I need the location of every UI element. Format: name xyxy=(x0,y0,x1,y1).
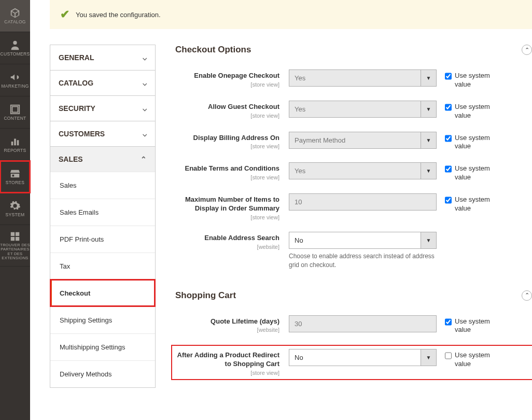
subitem-multishipping[interactable]: Multishipping Settings xyxy=(50,333,155,360)
nav-stores[interactable]: STORES xyxy=(0,161,30,193)
row-redirect-after-add: After Adding a Product Redirect to Shopp… xyxy=(172,346,532,379)
chevron-down-icon: ▼ xyxy=(421,101,436,117)
svg-rect-7 xyxy=(16,232,19,236)
chevron-down-icon: ⌵ xyxy=(143,130,147,138)
config-header-catalog[interactable]: CATALOG ⌵ xyxy=(50,71,155,95)
config-header-customers[interactable]: CUSTOMERS ⌵ xyxy=(50,121,155,146)
select-enable-addr-search[interactable]: No ▼ xyxy=(289,232,437,249)
select-display-billing: Payment Method ▼ xyxy=(289,132,437,149)
field-label: Enable Terms and Conditions xyxy=(175,164,279,173)
checkbox-use-system-terms[interactable] xyxy=(445,165,452,173)
config-section-catalog: CATALOG ⌵ xyxy=(50,70,156,95)
select-allow-guest: Yes ▼ xyxy=(289,101,437,118)
row-enable-onepage: Enable Onepage Checkout [store view] Yes… xyxy=(175,69,532,89)
svg-rect-8 xyxy=(11,237,15,241)
checkbox-use-system-redirect[interactable] xyxy=(445,352,452,359)
subitem-sales[interactable]: Sales xyxy=(50,172,155,199)
blocks-icon xyxy=(9,231,21,242)
nav-customers[interactable]: CUSTOMERS xyxy=(0,32,30,64)
collapse-icon[interactable]: ⌃ xyxy=(522,45,532,55)
config-section-customers: CUSTOMERS ⌵ xyxy=(50,121,156,146)
chevron-down-icon: ⌵ xyxy=(143,104,147,113)
checkbox-use-system-guest[interactable] xyxy=(445,104,452,111)
field-scope: [store view] xyxy=(175,370,279,376)
storefront-icon xyxy=(9,168,21,179)
collapse-icon[interactable]: ⌃ xyxy=(522,290,532,301)
field-scope: [store view] xyxy=(175,81,279,88)
checkbox-use-system-quote[interactable] xyxy=(445,318,452,326)
subitem-pdf-printouts[interactable]: PDF Print-outs xyxy=(50,226,155,253)
field-note: Choose to enable address search instead … xyxy=(289,252,437,270)
section-title: Checkout Options xyxy=(175,45,251,55)
config-nav: GENERAL ⌵ CATALOG ⌵ SECURITY ⌵ CUSTOMERS xyxy=(50,45,156,390)
checkbox-use-system-maxitems[interactable] xyxy=(445,197,452,204)
use-system-label: Use system value xyxy=(455,317,504,335)
nav-reports[interactable]: REPORTS xyxy=(0,129,30,161)
row-enable-terms: Enable Terms and Conditions [store view]… xyxy=(175,162,532,182)
field-label: After Adding a Product Redirect to Shopp… xyxy=(175,351,279,369)
svg-rect-2 xyxy=(12,106,18,112)
nav-catalog[interactable]: CATALOG xyxy=(0,0,30,32)
svg-rect-4 xyxy=(14,138,16,145)
barchart-icon xyxy=(9,136,21,147)
config-header-general[interactable]: GENERAL ⌵ xyxy=(50,45,155,70)
field-scope: [store view] xyxy=(175,174,279,180)
chevron-down-icon: ▼ xyxy=(421,349,436,366)
field-label: Display Billing Address On xyxy=(175,134,279,143)
nav-marketing[interactable]: MARKETING xyxy=(0,64,30,96)
subitem-tax[interactable]: Tax xyxy=(50,253,155,279)
chevron-down-icon: ▼ xyxy=(421,163,436,179)
field-label: Quote Lifetime (days) xyxy=(175,317,279,326)
field-scope: [website] xyxy=(175,327,279,333)
subitem-sales-emails[interactable]: Sales Emails xyxy=(50,199,155,226)
success-text: You saved the configuration. xyxy=(76,11,161,19)
gear-icon xyxy=(9,200,21,212)
row-allow-guest: Allow Guest Checkout [store view] Yes ▼ … xyxy=(175,101,532,120)
field-label: Allow Guest Checkout xyxy=(175,103,279,111)
use-system-label: Use system value xyxy=(455,134,504,151)
config-header-security[interactable]: SECURITY ⌵ xyxy=(50,96,155,121)
checkbox-use-system-billing[interactable] xyxy=(445,135,452,142)
subitem-checkout[interactable]: Checkout xyxy=(50,279,155,306)
section-header-checkout-options[interactable]: Checkout Options ⌃ xyxy=(175,45,532,55)
nav-system[interactable]: SYSTEM xyxy=(0,193,30,225)
layout-icon xyxy=(9,104,21,115)
svg-rect-9 xyxy=(16,237,19,241)
field-scope: [website] xyxy=(175,244,279,250)
use-system-label: Use system value xyxy=(455,72,504,89)
select-redirect-after-add[interactable]: No ▼ xyxy=(289,349,437,366)
subitem-shipping-settings[interactable]: Shipping Settings xyxy=(50,306,155,333)
nav-partners[interactable]: TROUVER DES PARTENAIRES ET DES EXTENSION… xyxy=(0,225,30,267)
field-label: Enable Onepage Checkout xyxy=(175,72,279,80)
row-enable-addr-search: Enable Address Search [website] No ▼ Cho… xyxy=(175,232,532,270)
use-system-label: Use system value xyxy=(455,351,504,369)
section-title: Shopping Cart xyxy=(175,290,236,301)
nav-content[interactable]: CONTENT xyxy=(0,96,30,129)
row-display-billing: Display Billing Address On [store view] … xyxy=(175,132,532,151)
chevron-up-icon: ⌃ xyxy=(141,155,147,163)
input-quote-lifetime xyxy=(289,315,437,332)
check-icon: ✔ xyxy=(60,8,69,21)
chevron-down-icon: ⌵ xyxy=(143,53,147,62)
field-scope: [store view] xyxy=(175,113,279,119)
svg-rect-6 xyxy=(11,232,15,236)
section-header-shopping-cart[interactable]: Shopping Cart ⌃ xyxy=(175,290,532,301)
use-system-label: Use system value xyxy=(455,164,504,182)
use-system-label: Use system value xyxy=(455,103,504,120)
config-section-security: SECURITY ⌵ xyxy=(50,95,156,121)
cube-icon xyxy=(9,7,21,19)
chevron-down-icon: ▼ xyxy=(421,132,436,148)
row-quote-lifetime: Quote Lifetime (days) [website] Use syst… xyxy=(175,315,532,335)
subitem-delivery-methods[interactable]: Delivery Methods xyxy=(50,360,155,387)
use-system-label: Use system value xyxy=(455,195,504,213)
config-section-general: GENERAL ⌵ xyxy=(50,45,156,70)
person-icon xyxy=(9,39,21,51)
main-content: ✔ You saved the configuration. GENERAL ⌵… xyxy=(30,0,532,390)
svg-point-0 xyxy=(13,41,17,45)
config-header-sales[interactable]: SALES ⌃ xyxy=(50,147,155,172)
field-label: Maximum Number of Items to Display in Or… xyxy=(175,195,279,213)
admin-sidebar: CATALOG CUSTOMERS MARKETING CONTENT REPO… xyxy=(0,0,30,420)
row-max-items: Maximum Number of Items to Display in Or… xyxy=(175,193,532,220)
checkbox-use-system-onepage[interactable] xyxy=(445,73,452,80)
chevron-down-icon: ⌵ xyxy=(143,79,147,87)
